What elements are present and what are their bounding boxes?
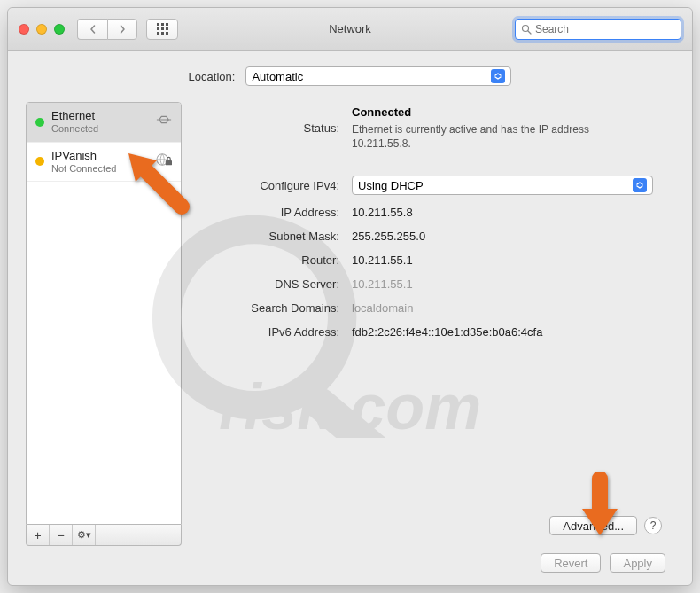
status-block: Connected Ethernet is currently active a… xyxy=(352,105,653,151)
ethernet-icon xyxy=(154,112,174,128)
network-services-list[interactable]: Ethernet Connected IPVanish Not Connecte… xyxy=(26,102,182,525)
globe-lock-icon xyxy=(154,152,174,168)
revert-button[interactable]: Revert xyxy=(541,553,601,573)
chevron-left-icon xyxy=(89,25,97,34)
ipv6-address-value: fdb2:2c26:f4e4::10e1:d35e:b0a6:4cfa xyxy=(352,325,653,339)
forward-button[interactable] xyxy=(107,19,137,40)
help-button[interactable]: ? xyxy=(644,517,662,534)
ipv6-address-label: IPv6 Address: xyxy=(201,325,339,339)
status-dot-idle-icon xyxy=(35,157,44,166)
search-domains-value: localdomain xyxy=(352,301,653,315)
status-description: Ethernet is currently active and has the… xyxy=(352,122,626,151)
configure-ipv4-select[interactable]: Using DHCP xyxy=(352,176,653,195)
nav-back-forward xyxy=(77,19,137,40)
advanced-row: Advanced... ? xyxy=(201,511,671,546)
router-value: 10.211.55.1 xyxy=(352,254,653,267)
remove-service-button[interactable]: − xyxy=(50,525,73,545)
network-preferences-window: Network Location: Automatic xyxy=(7,7,693,586)
ip-address-label: IP Address: xyxy=(201,206,339,219)
service-status: Not Connected xyxy=(51,163,116,175)
status-label: Status: xyxy=(201,121,339,135)
status-value: Connected xyxy=(352,105,653,119)
svg-line-1 xyxy=(528,31,531,34)
close-window-button[interactable] xyxy=(19,24,29,35)
sidebar-item-labels: IPVanish Not Connected xyxy=(51,150,116,175)
subnet-mask-value: 255.255.255.0 xyxy=(352,230,653,243)
content-columns: Ethernet Connected IPVanish Not Connecte… xyxy=(26,102,674,546)
location-label: Location: xyxy=(189,70,236,83)
sidebar-toolbar: + − ⚙︎▾ xyxy=(26,525,182,546)
search-icon xyxy=(521,24,532,35)
search-domains-label: Search Domains: xyxy=(201,301,339,315)
ip-address-value: 10.211.55.8 xyxy=(352,206,653,219)
configure-ipv4-value: Using DHCP xyxy=(358,179,424,192)
advanced-button[interactable]: Advanced... xyxy=(549,516,637,535)
sidebar-item-ethernet[interactable]: Ethernet Connected xyxy=(27,103,181,143)
chevron-right-icon xyxy=(118,25,127,34)
zoom-window-button[interactable] xyxy=(54,24,65,35)
back-button[interactable] xyxy=(77,19,107,40)
apply-button[interactable]: Apply xyxy=(610,553,665,573)
actions-menu-button[interactable]: ⚙︎▾ xyxy=(73,525,96,545)
sidebar-item-ipvanish[interactable]: IPVanish Not Connected xyxy=(27,143,181,183)
service-name: IPVanish xyxy=(51,150,116,163)
sidebar-item-labels: Ethernet Connected xyxy=(51,110,98,135)
subnet-mask-label: Subnet Mask: xyxy=(201,230,339,243)
svg-rect-3 xyxy=(166,160,172,164)
search-input[interactable] xyxy=(535,23,675,35)
add-service-button[interactable]: + xyxy=(27,525,50,545)
sidebar: Ethernet Connected IPVanish Not Connecte… xyxy=(26,102,182,546)
service-status: Connected xyxy=(51,123,98,135)
detail-form: Status: Connected Ethernet is currently … xyxy=(201,105,671,339)
window-controls xyxy=(19,24,65,35)
location-selected-value: Automatic xyxy=(252,70,303,83)
status-dot-connected-icon xyxy=(35,118,44,127)
search-field-wrapper[interactable] xyxy=(515,19,681,40)
chevron-updown-icon xyxy=(633,178,647,192)
detail-panel: Status: Connected Ethernet is currently … xyxy=(198,102,674,546)
service-name: Ethernet xyxy=(51,110,98,123)
minimize-window-button[interactable] xyxy=(36,24,47,35)
window-body: Location: Automatic Ethernet Connected xyxy=(8,51,692,585)
chevron-updown-icon xyxy=(491,69,505,83)
location-select[interactable]: Automatic xyxy=(245,66,511,86)
titlebar: Network xyxy=(8,8,692,51)
configure-ipv4-label: Configure IPv4: xyxy=(201,179,339,192)
dns-server-label: DNS Server: xyxy=(201,277,339,291)
svg-point-0 xyxy=(523,25,529,31)
router-label: Router: xyxy=(201,254,339,267)
show-all-button[interactable] xyxy=(146,19,178,40)
location-row: Location: Automatic xyxy=(26,66,674,86)
grid-icon xyxy=(157,23,168,35)
dns-server-value: 10.211.55.1 xyxy=(352,277,653,291)
footer-buttons: Revert Apply xyxy=(26,553,674,573)
